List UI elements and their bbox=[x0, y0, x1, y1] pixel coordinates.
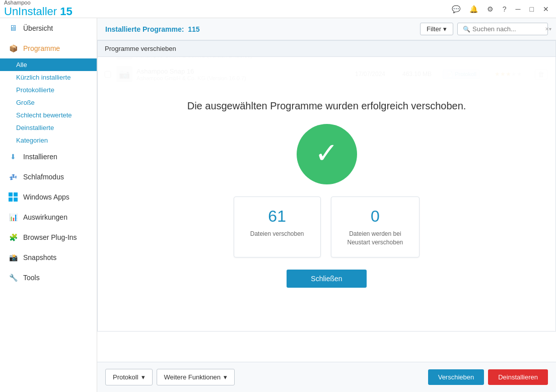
stat-card-pending: 0 Dateien werden beiNeustart verschoben bbox=[331, 197, 420, 257]
stat-number-pending: 0 bbox=[371, 207, 380, 226]
toolbar-right: Filter ▾ 🔍 ✕▾ bbox=[420, 23, 548, 35]
chevron-down-icon: ▾ bbox=[224, 373, 227, 381]
monitor-icon: 🖥 bbox=[8, 23, 18, 33]
modal-body: Die ausgewählten Programme wurden erfolg… bbox=[98, 57, 555, 331]
minimize-btn[interactable]: ─ bbox=[513, 4, 524, 14]
search-icon: 🔍 bbox=[463, 26, 470, 33]
chevron-down-icon: ▾ bbox=[142, 373, 145, 381]
sidebar-item-schlafmodus[interactable]: 💤 Schlafmodus bbox=[0, 167, 97, 187]
sidebar-label-installieren: Installieren bbox=[23, 153, 57, 161]
notification-btn[interactable]: 🔔 bbox=[466, 4, 481, 14]
sidebar-item-kuerzlich[interactable]: Kürzlich installierte bbox=[0, 71, 97, 84]
help-icon-btn[interactable]: 💬 bbox=[449, 4, 463, 14]
snapshot-icon: 📸 bbox=[8, 252, 18, 263]
filter-button[interactable]: Filter ▾ bbox=[420, 23, 453, 35]
close-btn[interactable]: ✕ bbox=[540, 4, 552, 14]
sidebar-label-snapshots: Snapshots bbox=[23, 253, 56, 262]
package-icon: 📦 bbox=[8, 43, 18, 53]
weitere-funktionen-button[interactable]: Weitere Funktionen ▾ bbox=[157, 369, 235, 385]
title-bar: Ashampoo UnInstaller 15 💬 🔔 ⚙ ? ─ □ ✕ bbox=[0, 0, 556, 18]
sidebar-label-kuerzlich: Kürzlich installierte bbox=[16, 74, 71, 81]
sidebar-label-kategorien: Kategorien bbox=[16, 137, 48, 144]
sidebar-item-deinstallierte[interactable]: Deinstallierte bbox=[0, 121, 97, 134]
sidebar-item-overview[interactable]: 🖥 Übersicht bbox=[0, 18, 97, 38]
help-btn[interactable]: ? bbox=[500, 4, 510, 14]
sidebar-label-protokollierte: Protokollierte bbox=[16, 86, 54, 94]
puzzle-icon: 🧩 bbox=[8, 232, 18, 242]
search-box: 🔍 ✕▾ bbox=[457, 23, 548, 35]
protokoll-button[interactable]: Protokoll ▾ bbox=[105, 369, 153, 385]
sidebar-label-programmes: Programme bbox=[23, 44, 60, 52]
sidebar-label-browser-plug-ins: Browser Plug-Ins bbox=[23, 233, 77, 241]
sidebar: 🖥 Übersicht 📦 Programme Alle Kürzlich in… bbox=[0, 18, 97, 392]
sleep-icon: 💤 bbox=[8, 172, 18, 182]
sidebar-item-alle[interactable]: Alle bbox=[0, 58, 97, 71]
maximize-btn[interactable]: □ bbox=[527, 4, 537, 14]
svg-rect-0 bbox=[9, 192, 13, 197]
chevron-down-icon: ▾ bbox=[443, 25, 447, 33]
sidebar-item-protokollierte[interactable]: Protokollierte bbox=[0, 84, 97, 96]
app-title-large: UnInstaller 15 bbox=[4, 6, 73, 18]
sidebar-label-deinstallierte: Deinstallierte bbox=[16, 124, 54, 132]
verschieben-button[interactable]: Verschieben bbox=[428, 369, 484, 385]
sidebar-item-kategorien[interactable]: Kategorien bbox=[0, 134, 97, 147]
app-title: Ashampoo UnInstaller 15 bbox=[4, 0, 73, 18]
sidebar-item-windows-apps[interactable]: Windows Apps bbox=[0, 187, 97, 207]
checkmark-icon: ✓ bbox=[315, 139, 338, 167]
stat-number-files: 61 bbox=[268, 207, 286, 226]
modal-dialog: Programme verschieben Die ausgewählten P… bbox=[97, 40, 556, 332]
app-version: 15 bbox=[60, 5, 72, 18]
svg-rect-1 bbox=[14, 192, 18, 197]
bottom-bar: Protokoll ▾ Weitere Funktionen ▾ Verschi… bbox=[97, 362, 556, 392]
sidebar-label-schlafmodus: Schlafmodus bbox=[23, 173, 64, 181]
sidebar-item-snapshots[interactable]: 📸 Snapshots bbox=[0, 247, 97, 268]
sidebar-label-grosse: Große bbox=[16, 99, 35, 106]
install-icon: ⬇ bbox=[8, 152, 18, 162]
sidebar-label-schlecht: Schlecht bewertete bbox=[16, 111, 72, 119]
windows-icon bbox=[8, 192, 18, 202]
sidebar-item-installieren[interactable]: ⬇ Installieren bbox=[0, 147, 97, 167]
main-layout: 🖥 Übersicht 📦 Programme Alle Kürzlich in… bbox=[0, 18, 556, 392]
sidebar-item-browser-plug-ins[interactable]: 🧩 Browser Plug-Ins bbox=[0, 227, 97, 247]
sidebar-item-schlecht[interactable]: Schlecht bewertete bbox=[0, 109, 97, 121]
sidebar-item-tools[interactable]: 🔧 Tools bbox=[0, 268, 97, 288]
settings-btn[interactable]: ⚙ bbox=[484, 4, 497, 14]
sidebar-item-grosse[interactable]: Große bbox=[0, 96, 97, 109]
modal-titlebar: Programme verschieben bbox=[98, 41, 555, 57]
svg-rect-3 bbox=[14, 198, 18, 202]
deinstallieren-button[interactable]: Deinstallieren bbox=[488, 369, 548, 385]
sidebar-label-overview: Übersicht bbox=[23, 24, 53, 32]
sidebar-label-tools: Tools bbox=[23, 274, 40, 282]
clear-search-icon[interactable]: ✕▾ bbox=[545, 26, 551, 32]
sidebar-label-auswirkungen: Auswirkungen bbox=[23, 213, 67, 221]
content-area: 🖼 Ashampoo Photo Organizer Ashampoo GmbH… bbox=[97, 40, 556, 362]
success-icon: ✓ bbox=[297, 124, 357, 184]
tools-icon: 🔧 bbox=[8, 273, 18, 283]
sidebar-label-alle: Alle bbox=[16, 61, 27, 69]
stat-label-files: Dateien verschoben bbox=[250, 230, 304, 238]
sidebar-item-programmes[interactable]: 📦 Programme bbox=[0, 38, 97, 58]
chart-icon: 📊 bbox=[8, 212, 18, 222]
stat-label-pending: Dateien werden beiNeustart verschoben bbox=[348, 230, 403, 247]
installed-count-label: Installierte Programme: 115 bbox=[105, 25, 200, 33]
modal-title: Programme verschieben bbox=[105, 45, 176, 52]
sidebar-item-auswirkungen[interactable]: 📊 Auswirkungen bbox=[0, 207, 97, 227]
toolbar: Installierte Programme: 115 Filter ▾ 🔍 ✕… bbox=[97, 18, 556, 40]
window-controls: 💬 🔔 ⚙ ? ─ □ ✕ bbox=[449, 4, 552, 14]
modal-close-button[interactable]: Schließen bbox=[287, 270, 366, 288]
svg-rect-2 bbox=[9, 198, 13, 202]
modal-success-message: Die ausgewählten Programme wurden erfolg… bbox=[187, 100, 466, 112]
action-buttons: Verschieben Deinstallieren bbox=[428, 369, 548, 385]
sidebar-label-windows-apps: Windows Apps bbox=[23, 193, 70, 201]
search-input[interactable] bbox=[472, 25, 543, 33]
stats-row: 61 Dateien verschoben 0 Dateien werden b… bbox=[234, 197, 420, 257]
right-panel: Installierte Programme: 115 Filter ▾ 🔍 ✕… bbox=[97, 18, 556, 392]
stat-card-files-moved: 61 Dateien verschoben bbox=[234, 197, 321, 257]
